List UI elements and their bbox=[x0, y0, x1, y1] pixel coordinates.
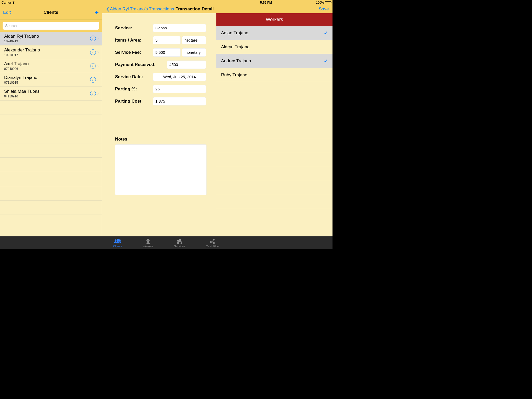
worker-row[interactable]: Aldryn Trajano bbox=[216, 40, 332, 54]
client-text: Alexander Trajano 10210917 bbox=[4, 48, 40, 57]
client-id: 07110915 bbox=[4, 81, 37, 84]
carrier-label: Carrier bbox=[2, 1, 11, 4]
client-name: Dianalyn Trajano bbox=[4, 75, 37, 80]
label-notes: Notes bbox=[115, 137, 216, 142]
status-time: 5:55 PM bbox=[260, 1, 272, 4]
chevron-right-icon: › bbox=[97, 91, 99, 96]
client-row[interactable]: Aidan Ryl Trajano 10240919 i › bbox=[0, 32, 102, 45]
detail-nav: Aidan Ryl Trajano's Transactions Transac… bbox=[102, 5, 332, 13]
wifi-icon bbox=[12, 1, 15, 4]
date-input[interactable]: Wed, Jun 25, 2014 bbox=[153, 73, 206, 81]
svg-point-4 bbox=[147, 241, 149, 242]
chevron-right-icon: › bbox=[97, 50, 99, 55]
svg-point-2 bbox=[119, 239, 121, 241]
label-payment: Payment Received: bbox=[115, 62, 167, 67]
worker-row[interactable]: Adian Trajano✓ bbox=[216, 26, 332, 40]
notes-input[interactable] bbox=[115, 144, 207, 195]
tab-services[interactable]: Services bbox=[174, 238, 185, 248]
tab-cash-flow[interactable]: Cash Flow bbox=[206, 238, 219, 248]
payment-input[interactable]: 4500 bbox=[167, 61, 206, 69]
services-icon bbox=[176, 238, 183, 244]
client-name: Alexander Trajano bbox=[4, 48, 40, 53]
worker-name: Ruby Trajano bbox=[221, 72, 247, 78]
client-actions: i › bbox=[90, 36, 99, 41]
battery-percent: 100% bbox=[316, 1, 324, 4]
tab-label: Workers bbox=[143, 245, 153, 248]
edit-button[interactable]: Edit bbox=[3, 10, 11, 15]
client-id: 07040906 bbox=[4, 67, 29, 71]
client-id: 10240919 bbox=[4, 39, 39, 43]
worker-row[interactable]: Andrex Trajano✓ bbox=[216, 54, 332, 68]
chevron-right-icon: › bbox=[97, 36, 99, 41]
chevron-right-icon: › bbox=[97, 64, 99, 68]
info-icon[interactable]: i bbox=[90, 91, 96, 96]
detail-title: Transaction Detail bbox=[176, 6, 214, 12]
tab-label: Services bbox=[174, 245, 185, 248]
items-input[interactable]: 5 bbox=[153, 36, 181, 44]
label-service: Service: bbox=[115, 25, 153, 31]
check-icon: ✓ bbox=[324, 30, 328, 36]
client-actions: i › bbox=[90, 77, 99, 83]
label-parting-cost: Parting Cost: bbox=[115, 99, 153, 104]
client-actions: i › bbox=[90, 49, 99, 55]
parting-pct-input[interactable]: 25 bbox=[153, 85, 206, 93]
items-unit-input[interactable]: hectare bbox=[182, 36, 206, 44]
fee-input[interactable]: 5,500 bbox=[153, 48, 181, 57]
clients-icon bbox=[114, 238, 121, 244]
status-left: Carrier bbox=[2, 1, 15, 4]
client-id: 04110916 bbox=[4, 95, 39, 98]
back-button[interactable]: Aidan Ryl Trajano's Transactions bbox=[106, 6, 174, 12]
client-name: Shiela Mae Tupas bbox=[4, 89, 39, 94]
tab-label: Cash Flow bbox=[206, 245, 219, 248]
workers-panel: Workers Adian Trajano✓Aldryn TrajanoAndr… bbox=[216, 13, 332, 236]
info-icon[interactable]: i bbox=[90, 63, 96, 69]
detail-panel: Aidan Ryl Trajano's Transactions Transac… bbox=[102, 5, 332, 236]
client-list: Aidan Ryl Trajano 10240919 i › Alexander… bbox=[0, 32, 102, 236]
parting-cost-input[interactable]: 1,375 bbox=[153, 97, 206, 105]
svg-point-1 bbox=[115, 239, 116, 241]
label-parting-pct: Parting %: bbox=[115, 87, 153, 92]
worker-name: Adian Trajano bbox=[221, 30, 248, 36]
workers-empty-rows bbox=[216, 82, 332, 236]
add-client-button[interactable]: + bbox=[95, 8, 99, 17]
client-text: Axel Trajano 07040906 bbox=[4, 61, 29, 71]
service-input[interactable]: Gapas bbox=[153, 24, 206, 32]
client-row[interactable]: Shiela Mae Tupas 04110916 i › bbox=[0, 87, 102, 101]
chevron-right-icon: › bbox=[97, 77, 99, 82]
client-name: Aidan Ryl Trajano bbox=[4, 34, 39, 39]
status-right: 100% bbox=[316, 1, 331, 4]
sidebar: Edit Clients + Aidan Ryl Trajano 1024091… bbox=[0, 5, 102, 236]
chevron-left-icon bbox=[106, 6, 109, 12]
info-icon[interactable]: i bbox=[90, 49, 96, 55]
fee-unit-input[interactable]: monetary bbox=[182, 48, 206, 57]
check-icon: ✓ bbox=[324, 58, 328, 64]
svg-point-7 bbox=[213, 239, 215, 241]
tab-workers[interactable]: Workers bbox=[143, 238, 153, 248]
tab-label: Clients bbox=[113, 245, 122, 248]
workers-header: Workers bbox=[216, 13, 332, 26]
client-name: Axel Trajano bbox=[4, 61, 29, 66]
client-row[interactable]: Axel Trajano 07040906 i › bbox=[0, 59, 102, 73]
worker-name: Aldryn Trajano bbox=[221, 44, 250, 50]
sidebar-title: Clients bbox=[44, 10, 58, 15]
save-button[interactable]: Save bbox=[319, 6, 329, 12]
client-text: Aidan Ryl Trajano 10240919 bbox=[4, 34, 39, 43]
workers-list: Adian Trajano✓Aldryn TrajanoAndrex Traja… bbox=[216, 26, 332, 82]
label-items: Items / Area: bbox=[115, 38, 153, 43]
status-bar: Carrier 5:55 PM 100% bbox=[0, 0, 332, 5]
tab-clients[interactable]: Clients bbox=[113, 238, 122, 248]
transaction-form: Service: Gapas Items / Area: 5 hectare S… bbox=[102, 13, 216, 236]
client-row[interactable]: Dianalyn Trajano 07110915 i › bbox=[0, 73, 102, 87]
search-input[interactable] bbox=[3, 22, 99, 30]
svg-point-0 bbox=[116, 239, 119, 241]
client-row[interactable]: Alexander Trajano 10210917 i › bbox=[0, 45, 102, 59]
worker-row[interactable]: Ruby Trajano bbox=[216, 68, 332, 82]
client-actions: i › bbox=[90, 63, 99, 69]
cash-flow-icon bbox=[209, 238, 216, 244]
client-text: Shiela Mae Tupas 04110916 bbox=[4, 89, 39, 98]
info-icon[interactable]: i bbox=[90, 36, 96, 41]
info-icon[interactable]: i bbox=[90, 77, 96, 83]
client-text: Dianalyn Trajano 07110915 bbox=[4, 75, 37, 84]
client-actions: i › bbox=[90, 91, 99, 96]
workers-icon bbox=[145, 238, 151, 244]
